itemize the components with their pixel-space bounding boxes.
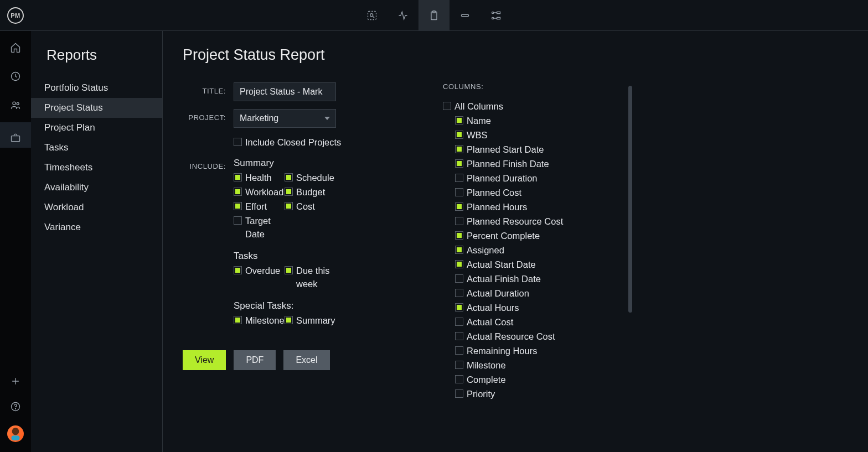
column-actual-finish-date[interactable]: Actual Finish Date [455,272,620,285]
column-actual-hours[interactable]: Actual Hours [455,301,620,314]
column-actual-start-date-label: Actual Start Date [467,258,536,271]
svg-rect-0 [368,12,376,20]
column-planned-cost[interactable]: Planned Cost [455,186,620,199]
include-special-head: Special Tasks: [234,300,371,311]
column-actual-resource-cost-label: Actual Resource Cost [467,330,555,343]
svg-point-14 [16,408,16,409]
include-summary-budget[interactable]: Budget [285,185,335,199]
svg-point-1 [370,14,373,17]
column-planned-cost-label: Planned Cost [467,186,521,199]
column-complete[interactable]: Complete [455,373,620,386]
column-planned-finish-date[interactable]: Planned Finish Date [455,157,620,170]
column-assigned[interactable]: Assigned [455,243,620,257]
include-tasks-due-this-week[interactable]: Due this week [285,264,335,290]
project-select-value: Marketing [240,113,278,123]
rail-help-icon[interactable] [9,400,22,413]
include-summary-health-label: Health [245,171,272,184]
column-planned-start-date[interactable]: Planned Start Date [455,143,620,156]
svg-rect-4 [461,14,468,16]
column-planned-finish-date-label: Planned Finish Date [467,157,549,170]
column-planned-hours[interactable]: Planned Hours [455,200,620,214]
title-input[interactable] [234,82,336,101]
include-special-summary-label: Summary [296,314,335,327]
column-actual-duration-label: Actual Duration [467,287,529,300]
include-tasks-overdue-label: Overdue [245,264,280,277]
svg-rect-16 [11,435,19,440]
reports-panel: Reports Portfolio StatusProject StatusPr… [31,31,163,452]
include-special-milestones[interactable]: Milestones [234,314,285,327]
column-actual-resource-cost[interactable]: Actual Resource Cost [455,330,620,343]
column-percent-complete-label: Percent Complete [467,229,540,242]
svg-point-11 [17,103,19,105]
column-actual-duration[interactable]: Actual Duration [455,287,620,300]
include-summary-effort[interactable]: Effort [234,200,285,213]
report-link-project-status[interactable]: Project Status [31,98,162,118]
column-actual-cost[interactable]: Actual Cost [455,315,620,329]
column-planned-hours-label: Planned Hours [467,200,527,214]
nav-rail [0,31,31,452]
topnav-overview-icon[interactable] [356,0,388,31]
report-link-availability[interactable]: Availability [31,178,162,198]
report-link-variance[interactable]: Variance [31,217,162,237]
include-tasks-overdue[interactable]: Overdue [234,264,285,290]
user-avatar[interactable] [7,425,24,442]
brand-logo[interactable]: PM [0,7,31,24]
main-content: Project Status Report TITLE: PROJECT: Ma… [163,31,868,452]
all-columns-label: All Columns [454,100,503,113]
column-assigned-label: Assigned [467,243,504,257]
topnav-activity-icon[interactable] [388,0,418,31]
pdf-button[interactable]: PDF [234,350,276,370]
column-remaining-hours-label: Remaining Hours [467,344,537,357]
svg-rect-8 [497,17,500,19]
reports-panel-title: Reports [31,46,162,78]
column-planned-duration-label: Planned Duration [467,172,538,185]
include-summary-cost[interactable]: Cost [285,200,335,213]
rail-time-icon[interactable] [9,70,22,83]
column-name[interactable]: Name [455,114,620,127]
topnav-clipboard-icon[interactable] [418,0,450,31]
column-name-label: Name [467,114,491,127]
columns-scrollbar[interactable] [628,86,632,313]
topnav-link-icon[interactable] [450,0,480,31]
column-remaining-hours[interactable]: Remaining Hours [455,344,620,357]
column-planned-resource-cost[interactable]: Planned Resource Cost [455,215,620,228]
rail-briefcase-icon[interactable] [0,122,31,148]
column-percent-complete[interactable]: Percent Complete [455,229,620,242]
include-summary-workload[interactable]: Workload [234,185,285,199]
report-link-workload[interactable]: Workload [31,198,162,217]
include-summary-workload-label: Workload [245,185,283,199]
column-planned-resource-cost-label: Planned Resource Cost [467,215,563,228]
page-title: Project Status Report [183,46,848,64]
report-link-timesheets[interactable]: Timesheets [31,158,162,178]
column-priority-label: Priority [467,387,495,401]
column-milestone[interactable]: Milestone [455,359,620,372]
include-summary-schedule[interactable]: Schedule [285,171,335,184]
column-actual-start-date[interactable]: Actual Start Date [455,258,620,271]
excel-button[interactable]: Excel [283,350,329,370]
rail-team-icon[interactable] [9,98,22,112]
title-label: TITLE: [183,82,234,95]
include-closed-checkbox[interactable]: Include Closed Projects [234,136,371,149]
report-link-project-plan[interactable]: Project Plan [31,118,162,138]
include-summary-target-date[interactable]: Target Date [234,214,285,241]
include-summary-head: Summary [234,158,371,169]
svg-rect-12 [12,136,20,141]
rail-add-icon[interactable] [9,375,22,388]
column-actual-finish-date-label: Actual Finish Date [467,272,541,285]
column-actual-hours-label: Actual Hours [467,301,519,314]
view-button[interactable]: View [183,350,226,370]
project-select[interactable]: Marketing [234,109,336,128]
svg-rect-7 [497,12,500,13]
all-columns-checkbox[interactable]: All Columns [443,100,620,113]
rail-home-icon[interactable] [9,41,22,54]
column-priority[interactable]: Priority [455,387,620,401]
topbar-view-switch [356,0,512,30]
include-summary-health[interactable]: Health [234,171,285,184]
column-wbs[interactable]: WBS [455,128,620,142]
column-planned-duration[interactable]: Planned Duration [455,172,620,185]
include-special-summary[interactable]: Summary [285,314,335,327]
report-link-portfolio-status[interactable]: Portfolio Status [31,78,162,98]
column-milestone-label: Milestone [467,359,506,372]
topnav-flow-icon[interactable] [480,0,512,31]
report-link-tasks[interactable]: Tasks [31,138,162,158]
